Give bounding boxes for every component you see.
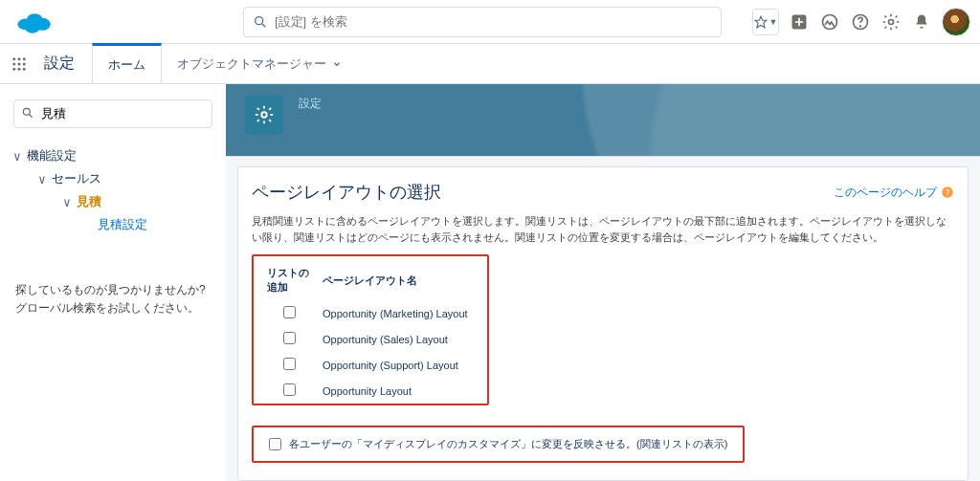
tab-object-manager[interactable]: オブジェクトマネージャー (162, 44, 357, 84)
svg-marker-6 (755, 16, 767, 28)
help-for-page-link[interactable]: このページのヘルプ ? (834, 185, 954, 201)
table-row: Opportunity (Sales) Layout (263, 326, 478, 352)
svg-point-19 (18, 67, 21, 70)
add-list-checkbox[interactable] (283, 358, 296, 370)
svg-point-4 (256, 16, 263, 24)
reflect-customization-text: 各ユーザーの「マイディスプレイのカスタマイズ」に変更を反映させる。(関連リストの… (289, 437, 727, 451)
tab-object-manager-label: オブジェクトマネージャー (177, 55, 326, 73)
salesforce-logo (15, 10, 52, 34)
svg-point-8 (823, 14, 837, 29)
svg-point-21 (23, 108, 30, 115)
tree-node-label: セールス (52, 170, 101, 187)
search-icon (253, 14, 268, 30)
setup-tile-icon (245, 96, 283, 134)
panel-instruction: 見積関連リストに含めるページレイアウトを選択します。関連リストは、ページレイアウ… (252, 213, 954, 245)
reflect-customization-highlight: 各ユーザーの「マイディスプレイのカスタマイズ」に変更を反映させる。(関連リストの… (252, 426, 745, 463)
svg-point-18 (12, 67, 15, 70)
global-header: ▼ (0, 0, 980, 44)
user-avatar[interactable] (942, 8, 970, 36)
tree-node-quote[interactable]: ∨見積 見積設定 (57, 187, 218, 245)
setup-tree: ∨機能設定 ∨セールス ∨見積 見積設定 (8, 142, 218, 256)
svg-point-14 (23, 57, 26, 60)
hint-line: 探しているものが見つかりませんか? (15, 281, 211, 299)
quick-find-hint: 探しているものが見つかりませんか? グローバル検索をお試しください。 (8, 281, 218, 317)
table-row: Opportunity (Support) Layout (263, 352, 478, 378)
col-add-list: リストの追加 (263, 260, 321, 300)
svg-point-12 (12, 57, 15, 60)
tree-node-label: 見積 (77, 193, 101, 210)
tab-home-label: ホーム (108, 56, 145, 74)
chevron-down-icon: ∨ (61, 195, 73, 209)
favorites-button[interactable]: ▼ (752, 9, 779, 35)
main-content: 設定 ページレイアウトの選択 このページのヘルプ ? 見積関連リストに含めるペー… (226, 84, 980, 481)
svg-point-15 (12, 62, 15, 65)
svg-point-17 (23, 62, 26, 65)
tree-leaf-quote-settings[interactable]: 見積設定 (82, 210, 218, 239)
add-icon[interactable] (789, 11, 810, 33)
notification-bell-icon[interactable] (911, 11, 932, 33)
svg-point-20 (23, 67, 26, 70)
breadcrumb-context[interactable]: 設定 (299, 97, 322, 110)
svg-point-23 (261, 112, 267, 118)
tree-leaf-label: 見積設定 (98, 217, 147, 231)
layout-name-cell: Opportunity (Support) Layout (321, 352, 478, 378)
svg-point-13 (18, 57, 21, 60)
global-search (243, 7, 722, 37)
layout-name-cell: Opportunity (Marketing) Layout (321, 300, 478, 326)
quick-find-input[interactable] (13, 99, 212, 128)
setup-tree-sidebar: ∨機能設定 ∨セールス ∨見積 見積設定 (0, 84, 226, 481)
setup-gear-icon[interactable] (880, 11, 902, 33)
layout-name-cell: Opportunity Layout (321, 378, 478, 404)
page-layout-select-panel: ページレイアウトの選択 このページのヘルプ ? 見積関連リストに含めるページレイ… (237, 166, 969, 481)
chevron-down-icon: ∨ (11, 149, 23, 164)
add-list-checkbox[interactable] (283, 332, 296, 344)
tree-node-sales[interactable]: ∨セールス ∨見積 見積設定 (33, 164, 218, 251)
svg-text:?: ? (946, 188, 950, 197)
chevron-down-icon: ∨ (36, 172, 48, 186)
layout-name-cell: Opportunity (Sales) Layout (321, 326, 478, 352)
svg-line-5 (262, 24, 265, 27)
svg-point-10 (860, 25, 861, 26)
svg-line-22 (30, 115, 33, 118)
chevron-down-icon (332, 59, 342, 69)
search-icon (21, 106, 34, 120)
tab-home[interactable]: ホーム (92, 43, 162, 83)
app-name: 設定 (44, 54, 75, 74)
reflect-customization-checkbox[interactable] (269, 438, 281, 450)
svg-point-11 (889, 19, 894, 24)
page-banner: 設定 (226, 84, 980, 157)
table-row: Opportunity Layout (263, 378, 478, 404)
page-layout-table: リストの追加 ページレイアウト名 Opportunity (Marketing)… (263, 260, 478, 404)
tree-node-label: 機能設定 (27, 147, 77, 164)
reflect-customization-label[interactable]: 各ユーザーの「マイディスプレイのカスタマイズ」に変更を反映させる。(関連リストの… (269, 437, 727, 451)
table-row: Opportunity (Marketing) Layout (263, 300, 478, 326)
hint-line: グローバル検索をお試しください。 (15, 299, 211, 317)
chevron-down-icon: ▼ (769, 17, 778, 27)
add-list-checkbox[interactable] (283, 306, 296, 318)
help-link-label: このページのヘルプ (834, 185, 937, 201)
tree-node-feature-settings[interactable]: ∨機能設定 ∨セールス ∨見積 見積設定 (8, 142, 218, 256)
quick-find (13, 99, 212, 128)
svg-point-3 (25, 22, 39, 33)
layout-table-highlight: リストの追加 ページレイアウト名 Opportunity (Marketing)… (252, 254, 489, 405)
svg-point-16 (18, 62, 21, 65)
global-search-input[interactable] (243, 7, 722, 37)
header-actions: ▼ (752, 8, 970, 36)
app-launcher-icon[interactable] (0, 55, 38, 73)
trailhead-icon[interactable] (819, 11, 840, 33)
panel-title: ページレイアウトの選択 (252, 181, 441, 204)
add-list-checkbox[interactable] (283, 383, 296, 396)
col-layout-name: ページレイアウト名 (321, 260, 478, 300)
help-icon[interactable] (850, 11, 871, 33)
context-nav: 設定 ホーム オブジェクトマネージャー (0, 44, 980, 84)
